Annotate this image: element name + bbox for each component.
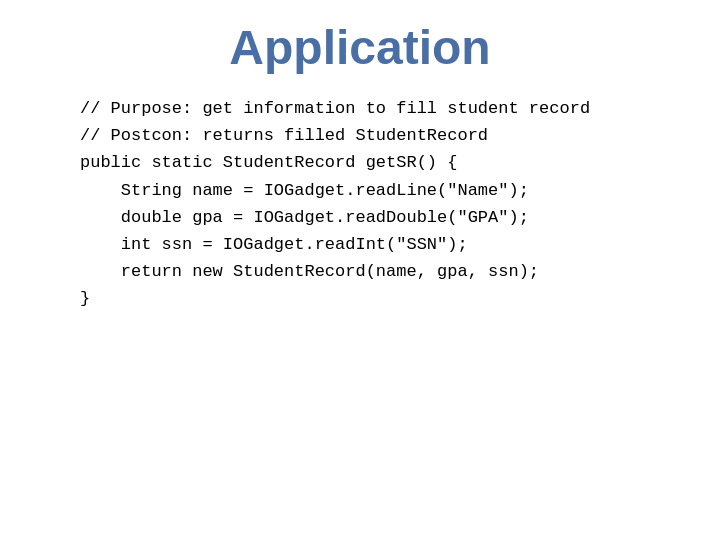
code-line-6: int ssn = IOGadget.readInt("SSN"); <box>80 231 680 258</box>
code-line-7: return new StudentRecord(name, gpa, ssn)… <box>80 258 680 285</box>
code-line-1: // Purpose: get information to fill stud… <box>80 95 680 122</box>
code-line-5: double gpa = IOGadget.readDouble("GPA"); <box>80 204 680 231</box>
code-line-8: } <box>80 285 680 312</box>
page-title: Application <box>229 20 490 75</box>
code-line-2: // Postcon: returns filled StudentRecord <box>80 122 680 149</box>
code-line-4: String name = IOGadget.readLine("Name"); <box>80 177 680 204</box>
page: Application // Purpose: get information … <box>0 0 720 540</box>
code-block: // Purpose: get information to fill stud… <box>40 95 680 313</box>
code-line-3: public static StudentRecord getSR() { <box>80 149 680 176</box>
